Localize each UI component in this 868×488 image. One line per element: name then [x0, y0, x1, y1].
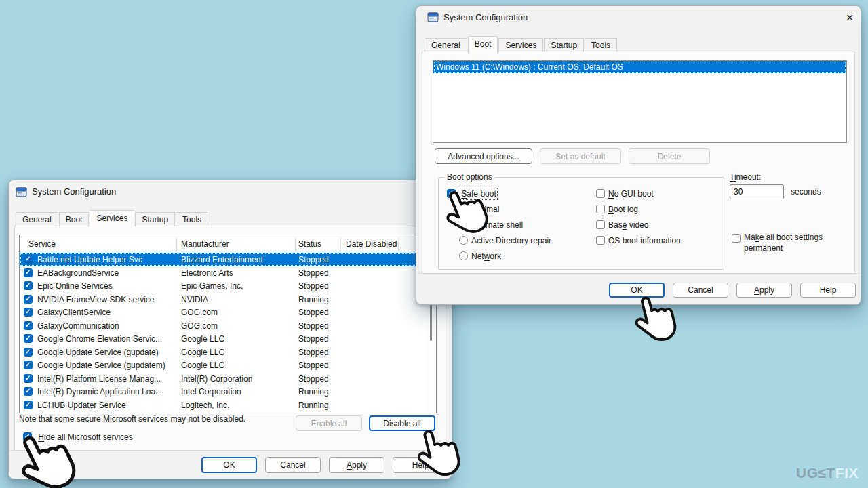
- table-body: Battle.net Update Helper SvcBlizzard Ent…: [20, 253, 436, 413]
- service-row-google-chrome-elevation-servic[interactable]: Google Chrome Elevation Servic...Google …: [20, 332, 436, 346]
- service-name: LGHUB Updater Service: [37, 401, 126, 410]
- service-row-intel-r-platform-license-manag[interactable]: Intel(R) Platform License Manag...Intel(…: [20, 372, 436, 386]
- radio-network[interactable]: [459, 251, 468, 260]
- make-permanent-label: Make all boot settings permanent: [744, 232, 839, 253]
- service-checkbox[interactable]: [24, 308, 33, 317]
- service-row-galaxyclientservice[interactable]: GalaxyClientServiceGOG.comStopped: [20, 306, 436, 319]
- checkbox-row-os-boot-information[interactable]: OS boot information: [596, 235, 681, 245]
- service-row-intel-r-dynamic-application-loa[interactable]: Intel(R) Dynamic Application Loa...Intel…: [20, 385, 436, 399]
- service-checkbox[interactable]: [24, 348, 33, 357]
- service-manufacturer: Intel Corporation: [181, 387, 241, 396]
- service-status: Stopped: [298, 268, 329, 278]
- service-checkbox[interactable]: [24, 374, 33, 383]
- column-divider: [176, 237, 177, 251]
- service-status: Running: [298, 387, 329, 396]
- system-configuration-window-services: System Configuration GeneralBootServices…: [8, 180, 452, 479]
- service-row-battle-net-update-helper-svc[interactable]: Battle.net Update Helper SvcBlizzard Ent…: [20, 253, 436, 266]
- tab-general[interactable]: General: [425, 38, 467, 52]
- tab-general[interactable]: General: [16, 212, 58, 226]
- service-checkbox[interactable]: [24, 321, 33, 330]
- tab-tools[interactable]: Tools: [176, 212, 208, 226]
- service-checkbox[interactable]: [24, 387, 33, 396]
- boot-os-list[interactable]: Windows 11 (C:\Windows) : Current OS; De…: [433, 60, 847, 143]
- enable-all-button[interactable]: Enable all: [296, 415, 362, 431]
- cancel-button[interactable]: Cancel: [673, 283, 728, 298]
- checkbox-row-no-gui-boot[interactable]: No GUI boot: [596, 188, 654, 199]
- service-status: Stopped: [298, 308, 329, 317]
- checkbox-label: No GUI boot: [608, 189, 654, 199]
- service-checkbox[interactable]: [24, 281, 33, 290]
- column-header-manufacturer[interactable]: Manufacturer: [181, 239, 229, 249]
- service-name: GalaxyClientService: [37, 308, 111, 317]
- tab-services[interactable]: Services: [90, 210, 134, 228]
- make-permanent-row[interactable]: Make all boot settings permanent: [732, 232, 847, 253]
- column-header-status[interactable]: Status: [298, 239, 321, 249]
- ok-button[interactable]: OK: [201, 457, 257, 473]
- tab-boot[interactable]: Boot: [59, 212, 90, 226]
- service-status: Stopped: [298, 374, 329, 384]
- service-manufacturer: NVIDIA: [181, 295, 208, 304]
- service-name: Battle.net Update Helper Svc: [37, 255, 142, 264]
- delete-button[interactable]: Delete: [629, 148, 710, 164]
- service-manufacturer: Google LLC: [181, 348, 224, 357]
- window-title: System Configuration: [32, 186, 116, 197]
- service-status: Running: [298, 401, 329, 410]
- service-row-eabackgroundservice[interactable]: EABackgroundServiceElectronic ArtsStoppe…: [20, 266, 436, 280]
- service-checkbox[interactable]: [24, 361, 33, 369]
- timeout-input[interactable]: [730, 184, 784, 199]
- service-manufacturer: GOG.com: [181, 308, 218, 317]
- column-divider: [398, 237, 399, 251]
- tab-services[interactable]: Services: [498, 38, 543, 52]
- service-row-galaxycommunication[interactable]: GalaxyCommunicationGOG.comStopped: [20, 319, 436, 333]
- service-row-epic-online-services[interactable]: Epic Online ServicesEpic Games, Inc.Stop…: [20, 279, 436, 293]
- service-name: Google Update Service (gupdate): [37, 348, 159, 357]
- service-checkbox[interactable]: [24, 268, 33, 277]
- service-manufacturer: GOG.com: [181, 321, 218, 331]
- column-header-date-disabled[interactable]: Date Disabled: [346, 239, 397, 249]
- service-row-lghub-updater-service[interactable]: LGHUB Updater ServiceLogitech, Inc.Runni…: [20, 399, 436, 412]
- service-name: Intel(R) Platform License Manag...: [37, 374, 161, 384]
- titlebar[interactable]: System Configuration ✕: [416, 6, 861, 29]
- service-row-google-update-service-gupdatem[interactable]: Google Update Service (gupdatem)Google L…: [20, 359, 436, 372]
- checkbox-row-boot-log[interactable]: Boot log: [596, 204, 638, 214]
- column-header-service[interactable]: Service: [28, 239, 56, 249]
- checkbox-boot-log[interactable]: [596, 205, 605, 214]
- service-status: Stopped: [298, 348, 329, 357]
- services-table: Service Manufacturer Status Date Disable…: [19, 235, 437, 413]
- cancel-button[interactable]: Cancel: [265, 457, 321, 473]
- tab-boot[interactable]: Boot: [468, 36, 498, 54]
- set-as-default-button[interactable]: Set as default: [540, 148, 621, 164]
- checkbox-row-base-video[interactable]: Base video: [596, 220, 648, 230]
- titlebar[interactable]: System Configuration: [9, 180, 452, 203]
- service-checkbox[interactable]: [24, 401, 33, 409]
- checkbox-no-gui-boot[interactable]: [596, 189, 605, 198]
- apply-button[interactable]: Apply: [329, 457, 384, 473]
- help-button[interactable]: Help: [800, 283, 856, 298]
- apply-button[interactable]: Apply: [736, 283, 792, 298]
- ugetfix-watermark: UG≤TFIX: [796, 465, 859, 481]
- service-checkbox[interactable]: [24, 295, 33, 304]
- service-status: Running: [298, 295, 329, 304]
- service-checkbox[interactable]: [24, 255, 33, 264]
- boot-options-legend: Boot options: [444, 172, 495, 182]
- advanced-options-button[interactable]: Advanced options...: [435, 148, 532, 164]
- service-name: Google Update Service (gupdatem): [37, 361, 165, 370]
- tab-startup[interactable]: Startup: [544, 38, 584, 52]
- checkbox-base-video[interactable]: [596, 220, 605, 229]
- tab-startup[interactable]: Startup: [135, 212, 175, 226]
- radio-row-network[interactable]: Network: [459, 251, 501, 261]
- service-row-nvidia-frameview-sdk-service[interactable]: NVIDIA FrameView SDK serviceNVIDIARunnin…: [20, 293, 436, 306]
- boot-os-entry[interactable]: Windows 11 (C:\Windows) : Current OS; De…: [433, 61, 846, 73]
- service-row-google-update-service-gupdate[interactable]: Google Update Service (gupdate)Google LL…: [20, 346, 436, 359]
- service-checkbox[interactable]: [24, 334, 33, 343]
- tab-tools[interactable]: Tools: [585, 38, 617, 52]
- make-permanent-checkbox[interactable]: [732, 234, 741, 243]
- column-divider: [295, 237, 296, 251]
- close-icon[interactable]: ✕: [840, 10, 860, 26]
- service-status: Stopped: [298, 281, 329, 291]
- msconfig-icon: [16, 186, 27, 198]
- checkbox-label: Boot log: [608, 205, 638, 214]
- checkbox-os-boot-information[interactable]: [596, 236, 605, 245]
- checkbox-label: OS boot information: [608, 236, 681, 245]
- service-name: NVIDIA FrameView SDK service: [37, 295, 155, 304]
